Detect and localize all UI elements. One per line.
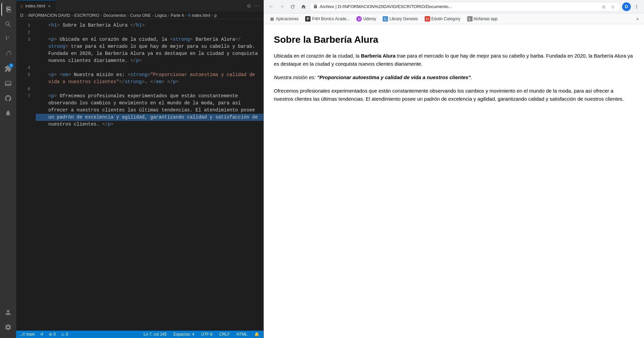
bookmark-aplicaciones-label: Aplicaciones — [276, 16, 298, 21]
bookmark-more-btn[interactable]: » — [634, 15, 641, 22]
bookmark-udemy[interactable]: U Udemy — [354, 15, 379, 23]
star-btn[interactable]: ☆ — [609, 3, 617, 11]
mission-em: Nuestra misión es: "Proporcionar autoest… — [274, 74, 472, 80]
activity-extensions-icon[interactable]: 7 — [1, 62, 15, 75]
bookmark-p4h[interactable]: P P4H Bionics Acade... — [302, 15, 352, 23]
status-branch[interactable]: ⎇ main — [19, 332, 36, 337]
breadcrumb-sep5: › — [152, 13, 154, 18]
litofanias-icon: L — [467, 16, 473, 22]
activity-github-icon[interactable] — [1, 92, 15, 105]
activity-bar: ⎘ 7 — [0, 0, 16, 338]
breadcrumb-sep4: › — [127, 13, 129, 18]
tab-close-btn[interactable]: × — [47, 3, 51, 9]
code-line-3b: strong> trae para el mercado lo que hay … — [36, 43, 263, 50]
address-actions: ⎋ ☆ — [600, 3, 617, 11]
bookmark-libgen-label: Library Genesis — [389, 16, 418, 21]
breadcrumb-d[interactable]: D: — [20, 13, 24, 18]
status-position[interactable]: Ln 7, col 245 — [142, 332, 168, 337]
tab-bar: ◇ index.html × ⧉ ⋯ — [16, 0, 263, 12]
bookmark-edutin[interactable]: U Edutin Category — [422, 15, 463, 23]
browser-toolbar: Archivo | D:/INFORMACION%20DAVID/ESCRITO… — [264, 0, 644, 13]
breadcrumb-sep1: › — [26, 13, 27, 18]
udemy-icon: U — [356, 16, 362, 22]
status-left: ⎇ main ↺ ⊘ 0 ⚠ 0 — [19, 332, 69, 337]
status-warnings[interactable]: ⚠ 0 — [60, 332, 69, 337]
status-right: Ln 7, col 245 Espacios: 4 UTF-8 CRLF HTM… — [142, 332, 261, 337]
split-editor-btn[interactable]: ⧉ — [246, 2, 252, 9]
activity-search-icon[interactable] — [1, 18, 15, 31]
paragraph1-text: Ubicada en el corazón de la ciudad, la B… — [274, 53, 633, 67]
breadcrumb-info[interactable]: INFORMACION DAVID — [28, 13, 70, 18]
status-spaces[interactable]: Espacios: 4 — [172, 332, 196, 337]
address-bar[interactable]: Archivo | D:/INFORMACION%20DAVID/ESCRITO… — [310, 2, 620, 11]
status-lineending[interactable]: CRLF — [218, 332, 231, 337]
breadcrumb-p-tag[interactable]: p — [214, 13, 217, 18]
editor-content[interactable]: 1 2 3 4 5 6 7 <h1> Sobre la Barbería Alu… — [16, 19, 263, 331]
breadcrumb-index[interactable]: index.html — [192, 13, 211, 18]
html-file-icon: ◇ — [20, 4, 23, 8]
breadcrumb-docs[interactable]: Documentos — [103, 13, 126, 18]
activity-account-icon[interactable] — [1, 306, 15, 319]
breadcrumb-curso[interactable]: Curso ONE — [130, 13, 151, 18]
status-bar: ⎇ main ↺ ⊘ 0 ⚠ 0 Ln 7, col 245 Espacios:… — [16, 331, 263, 338]
breadcrumb-sep7: › — [185, 13, 187, 18]
code-editor[interactable]: <h1> Sobre la Barbería Alura </h1> <p> U… — [33, 19, 263, 331]
code-line-7d: un padrón de excelencia y agilidad, gara… — [36, 114, 263, 121]
libgen-icon: L — [383, 16, 388, 22]
aplicaciones-icon: ▦ — [269, 16, 275, 22]
menu-btn[interactable] — [632, 2, 641, 11]
code-line-5a: <p> <em> Nuestra misión es: <strong>"Pro… — [36, 71, 263, 78]
breadcrumb-parte4[interactable]: Parte 4 — [171, 13, 184, 18]
reload-btn[interactable] — [288, 2, 297, 11]
bookmark-litofanias[interactable]: L litofanias app — [464, 15, 501, 23]
home-btn[interactable] — [299, 2, 308, 11]
editor-area: ◇ index.html × ⧉ ⋯ D: › INFORMACION DAVI… — [16, 0, 264, 338]
bookmark-libgen[interactable]: L Library Genesis — [380, 15, 420, 23]
tab-actions: ⧉ ⋯ — [246, 0, 263, 11]
breadcrumb-sep2: › — [71, 13, 73, 18]
lock-icon — [313, 4, 318, 9]
status-feedback[interactable]: 🔔 — [253, 332, 261, 337]
bookmark-p4h-label: P4H Bionics Acade... — [312, 16, 350, 21]
breadcrumb-sep3: › — [101, 13, 102, 18]
activity-git-icon[interactable] — [1, 32, 15, 46]
bookmark-edutin-label: Edutin Category — [431, 16, 460, 21]
edutin-icon: U — [425, 16, 430, 22]
status-language[interactable]: HTML — [235, 332, 249, 337]
activity-files-icon[interactable]: ⎘ — [1, 3, 15, 16]
breadcrumb-sep6: › — [168, 13, 169, 18]
bookmark-litofanias-label: litofanias app — [474, 16, 498, 21]
code-line-7e: nuestros clientes. </p> — [36, 121, 263, 128]
bookmarks-bar: ▦ Aplicaciones P P4H Bionics Acade... U … — [264, 13, 644, 24]
address-text: Archivo | D:/INFORMACION%20DAVID/ESCRITO… — [320, 4, 598, 9]
bookmark-aplicaciones[interactable]: ▦ Aplicaciones — [266, 15, 301, 23]
code-line-1: <h1> Sobre la Barbería Alura </h1> — [36, 22, 263, 29]
breadcrumb-link-icon: ⧉ — [188, 13, 191, 18]
code-line-3a: <p> Ubicada en el corazón de la ciudad, … — [36, 36, 263, 43]
activity-bell-icon[interactable] — [1, 106, 15, 120]
editor-tab-index-html[interactable]: ◇ index.html × — [16, 0, 56, 11]
code-line-5b: vida a nuestros clientes"</strong>. </em… — [36, 78, 263, 86]
status-errors[interactable]: ⊘ 0 — [47, 332, 57, 337]
share-btn[interactable]: ⎋ — [600, 3, 608, 11]
code-line-6 — [36, 86, 263, 93]
bookmark-more-label: » — [636, 16, 639, 21]
status-sync[interactable]: ↺ — [39, 332, 45, 337]
status-encoding[interactable]: UTF-8 — [200, 332, 214, 337]
profile-btn[interactable]: D — [622, 2, 631, 11]
more-actions-btn[interactable]: ⋯ — [253, 2, 261, 9]
mission-strong: "Proporcionar autoestima y calidad de vi… — [317, 74, 471, 80]
back-btn[interactable] — [266, 2, 276, 11]
activity-settings-icon[interactable] — [1, 320, 15, 334]
breadcrumb-escritorio[interactable]: ESCRITORIO — [74, 13, 99, 18]
activity-remote-icon[interactable] — [1, 77, 15, 90]
code-line-3c: Fundada en 2020, la Barbería Alura ya es… — [36, 50, 263, 57]
activity-run-icon[interactable] — [1, 47, 15, 61]
code-line-7a: <p> Ofrecemos profesionales experimentad… — [36, 93, 263, 100]
breadcrumb: D: › INFORMACION DAVID › ESCRITORIO › Do… — [16, 12, 263, 19]
browser-avatar[interactable]: D — [622, 2, 631, 11]
browser-panel: Archivo | D:/INFORMACION%20DAVID/ESCRITO… — [264, 0, 644, 338]
breadcrumb-logica[interactable]: Lógica — [155, 13, 167, 18]
forward-btn[interactable] — [277, 2, 287, 11]
p4h-icon: P — [305, 16, 311, 22]
